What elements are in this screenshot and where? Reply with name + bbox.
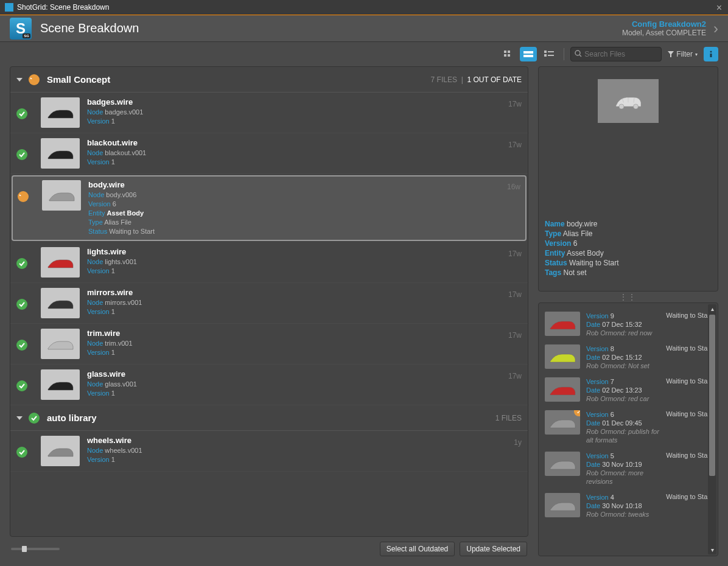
preview-panel: Name body.wire Type Alias File Version 6… bbox=[538, 66, 718, 292]
check-icon bbox=[29, 413, 40, 424]
check-icon bbox=[16, 149, 27, 160]
file-row[interactable]: lights.wireNode lights.v001Version 117w bbox=[10, 242, 528, 283]
preview-type: Alias File bbox=[563, 229, 593, 238]
app-icon-badge: SG bbox=[23, 33, 30, 38]
version-info: Version 8Date 02 Dec 15:12Rob Ormond: No… bbox=[586, 344, 666, 370]
file-row[interactable]: trim.wireNode trim.v001Version 117w bbox=[10, 324, 528, 365]
version-row[interactable]: Version 4Date 30 Nov 10:18Rob Ormond: tw… bbox=[544, 489, 713, 522]
group-meta: 1 FILES bbox=[495, 414, 522, 422]
file-thumb bbox=[41, 138, 80, 169]
version-thumb bbox=[545, 344, 580, 369]
file-thumb bbox=[41, 97, 80, 128]
file-thumb bbox=[41, 329, 80, 359]
file-name: blackout.wire bbox=[87, 138, 508, 147]
file-name: glass.wire bbox=[87, 369, 508, 379]
file-info: mirrors.wireNode mirrors.v001Version 1 bbox=[87, 288, 508, 316]
version-status: Waiting to Start bbox=[666, 452, 712, 459]
expand-icon[interactable] bbox=[16, 416, 23, 420]
page-title: Scene Breakdown bbox=[40, 21, 139, 35]
search-box[interactable] bbox=[570, 47, 662, 61]
update-selected-button[interactable]: Update Selected bbox=[460, 542, 527, 556]
toolbar: Filter ▾ bbox=[0, 42, 728, 66]
file-thumb bbox=[41, 369, 80, 400]
version-row[interactable]: ✓Version 6Date 01 Dec 09:45Rob Ormond: p… bbox=[544, 407, 713, 448]
svg-rect-8 bbox=[548, 51, 554, 52]
version-status: Waiting to Start bbox=[666, 493, 712, 500]
file-name: trim.wire bbox=[87, 329, 508, 338]
file-row[interactable]: wheels.wireNode wheels.v001Version 11y bbox=[10, 431, 528, 472]
version-thumb bbox=[545, 493, 580, 517]
footer: Select all Outdated Update Selected bbox=[10, 537, 528, 556]
version-status: Waiting to Start bbox=[666, 344, 712, 352]
file-time: 17w bbox=[508, 290, 522, 299]
svg-rect-0 bbox=[5, 3, 13, 12]
context-subtitle: Model, Asset COMPLETE bbox=[622, 29, 706, 37]
thumb-size-slider[interactable] bbox=[11, 548, 60, 550]
scrollbar-thumb[interactable] bbox=[709, 315, 715, 476]
scroll-up-icon[interactable]: ▴ bbox=[710, 304, 715, 313]
version-info: Version 4Date 30 Nov 10:18Rob Ormond: tw… bbox=[586, 493, 666, 519]
check-icon bbox=[16, 108, 27, 119]
group-header[interactable]: Small Concept7 FILES | 1 OUT OF DATE bbox=[10, 67, 528, 93]
thumb-grid-icon bbox=[544, 51, 554, 58]
filter-button[interactable]: Filter ▾ bbox=[665, 47, 700, 61]
file-info: lights.wireNode lights.v001Version 1 bbox=[87, 247, 508, 276]
file-info: blackout.wireNode blackout.v001Version 1 bbox=[87, 138, 508, 167]
close-icon[interactable]: × bbox=[716, 2, 722, 13]
group-title: auto library bbox=[47, 413, 97, 423]
file-thumb bbox=[41, 247, 80, 278]
preview-entity: Asset Body bbox=[567, 249, 604, 257]
version-thumb bbox=[545, 452, 580, 476]
car-wireframe-icon bbox=[613, 92, 643, 110]
preview-name: body.wire bbox=[567, 220, 597, 228]
file-name: wheels.wire bbox=[87, 436, 514, 445]
search-icon bbox=[575, 50, 582, 59]
file-row[interactable]: blackout.wireNode blackout.v001Version 1… bbox=[10, 133, 528, 174]
preview-tags: Not set bbox=[563, 268, 586, 277]
splitter-handle[interactable]: ⋮⋮ bbox=[538, 292, 718, 302]
preview-status: Waiting to Start bbox=[569, 259, 619, 267]
file-time: 1y bbox=[514, 438, 522, 447]
update-icon bbox=[18, 191, 29, 202]
toolbar-divider bbox=[564, 48, 564, 60]
version-thumb bbox=[545, 377, 580, 402]
check-icon bbox=[16, 299, 27, 310]
file-thumb bbox=[41, 288, 80, 318]
file-row[interactable]: body.wireNode body.v006Version 6Entity A… bbox=[12, 175, 527, 241]
check-icon bbox=[16, 258, 27, 269]
file-row[interactable]: badges.wireNode badges.v001Version 117w bbox=[10, 93, 528, 133]
slider-handle[interactable] bbox=[22, 546, 27, 552]
group-title: Small Concept bbox=[47, 74, 110, 85]
version-row[interactable]: Version 9Date 07 Dec 15:32Rob Ormond: re… bbox=[544, 308, 713, 341]
list-icon bbox=[523, 51, 533, 57]
caret-down-icon: ▾ bbox=[695, 52, 698, 57]
expand-icon[interactable] bbox=[16, 78, 23, 82]
window-title: ShotGrid: Scene Breakdown bbox=[17, 3, 109, 12]
version-status: Waiting to Start bbox=[666, 377, 712, 385]
file-name: badges.wire bbox=[87, 97, 508, 107]
scroll-down-icon[interactable]: ▾ bbox=[710, 545, 715, 554]
search-input[interactable] bbox=[584, 50, 657, 58]
config-name[interactable]: Config Breakdown2 bbox=[622, 19, 706, 29]
file-info: body.wireNode body.v006Version 6Entity A… bbox=[88, 180, 507, 236]
version-row[interactable]: Version 8Date 02 Dec 15:12Rob Ormond: No… bbox=[544, 341, 713, 374]
view-list-button[interactable] bbox=[520, 47, 537, 61]
svg-rect-5 bbox=[523, 51, 533, 54]
chevron-right-icon[interactable]: › bbox=[713, 20, 718, 37]
info-button[interactable] bbox=[704, 47, 718, 61]
view-grid-button[interactable] bbox=[499, 47, 516, 61]
version-thumb: ✓ bbox=[545, 410, 580, 435]
svg-point-14 bbox=[710, 51, 712, 53]
preview-metadata: Name body.wire Type Alias File Version 6… bbox=[545, 219, 712, 278]
group-header[interactable]: auto library1 FILES bbox=[10, 405, 528, 431]
view-thumb-grid-button[interactable] bbox=[541, 47, 558, 61]
version-info: Version 5Date 30 Nov 10:19Rob Ormond: mo… bbox=[586, 452, 666, 486]
scrollbar[interactable]: ▴ ▾ bbox=[708, 304, 716, 554]
file-time: 17w bbox=[508, 100, 522, 108]
version-row[interactable]: Version 7Date 02 Dec 13:23Rob Ormond: re… bbox=[544, 374, 713, 407]
select-outdated-button[interactable]: Select all Outdated bbox=[380, 542, 455, 556]
svg-rect-4 bbox=[508, 54, 510, 57]
file-row[interactable]: mirrors.wireNode mirrors.v001Version 117… bbox=[10, 283, 528, 324]
file-row[interactable]: glass.wireNode glass.v001Version 117w bbox=[10, 365, 528, 405]
version-row[interactable]: Version 5Date 30 Nov 10:19Rob Ormond: mo… bbox=[544, 448, 713, 489]
